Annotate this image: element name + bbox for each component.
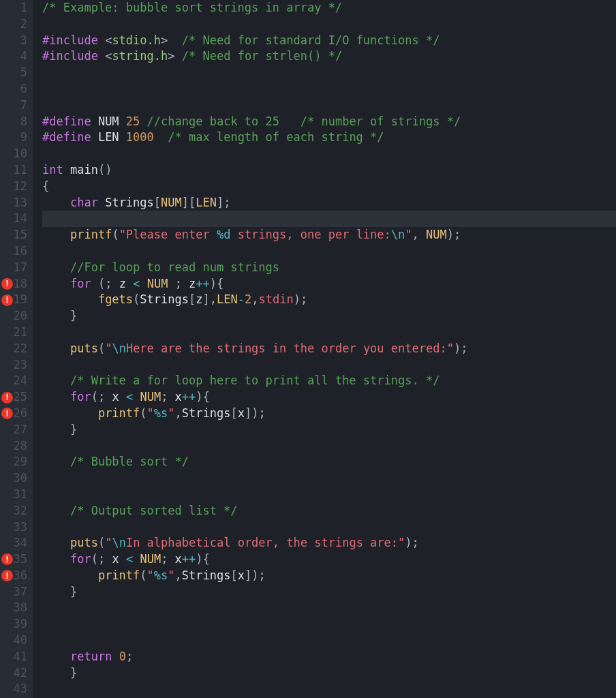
- line-number: 7: [0, 97, 27, 114]
- line-number: 42: [0, 665, 27, 682]
- line-number: 32: [0, 503, 27, 519]
- line-number: 2: [0, 16, 27, 33]
- line-number: 1: [0, 0, 27, 16]
- code-line[interactable]: /* Write a for loop here to print all th…: [42, 373, 616, 389]
- line-number: 12: [0, 179, 27, 195]
- code-line[interactable]: char Strings[NUM][LEN];: [42, 195, 616, 211]
- code-line[interactable]: [42, 324, 616, 341]
- code-area[interactable]: /* Example: bubble sort strings in array…: [33, 0, 616, 698]
- code-line[interactable]: #define NUM 25 //change back to 25 /* nu…: [42, 114, 616, 130]
- line-number: 19: [0, 292, 27, 308]
- line-number: 23: [0, 357, 27, 374]
- line-number: 5: [0, 65, 27, 81]
- code-line[interactable]: for (; z < NUM ; z++){: [42, 276, 616, 292]
- line-number: 26: [0, 406, 27, 422]
- line-number: 41: [0, 649, 27, 665]
- code-line[interactable]: [42, 97, 616, 114]
- line-number: 36: [0, 568, 27, 584]
- error-icon[interactable]: [1, 278, 13, 290]
- line-number-gutter: 1234567891011121314151617181920212223242…: [0, 0, 33, 698]
- line-number: 10: [0, 146, 27, 162]
- code-line[interactable]: puts("\nIn alphabetical order, the strin…: [42, 535, 616, 551]
- code-line[interactable]: }: [42, 584, 616, 601]
- line-number: 9: [0, 130, 27, 146]
- line-number: 6: [0, 81, 27, 97]
- line-number: 8: [0, 114, 27, 130]
- code-line[interactable]: for(; x < NUM; x++){: [42, 551, 616, 568]
- code-line[interactable]: #include <string.h> /* Need for strlen()…: [42, 48, 616, 65]
- line-number: 34: [0, 535, 27, 551]
- line-number: 16: [0, 243, 27, 260]
- code-line[interactable]: fgets(Strings[z],LEN-2,stdin);: [42, 292, 616, 308]
- line-number: 43: [0, 681, 27, 697]
- line-number: 33: [0, 519, 27, 536]
- code-line[interactable]: #define LEN 1000 /* max length of each s…: [42, 130, 616, 146]
- line-number: 40: [0, 633, 27, 649]
- code-line[interactable]: [42, 438, 616, 455]
- line-number: 39: [0, 616, 27, 633]
- code-line[interactable]: [42, 519, 616, 536]
- line-number: 18: [0, 276, 27, 292]
- line-number: 15: [0, 227, 27, 243]
- line-number: 38: [0, 600, 27, 616]
- error-icon[interactable]: [1, 408, 13, 419]
- line-number: 37: [0, 584, 27, 601]
- code-line[interactable]: [42, 357, 616, 374]
- line-number: 13: [0, 195, 27, 211]
- code-line[interactable]: }: [42, 308, 616, 324]
- code-line[interactable]: {: [42, 179, 616, 195]
- code-line[interactable]: return 0;: [42, 649, 616, 665]
- error-icon[interactable]: [1, 392, 13, 404]
- line-number: 22: [0, 341, 27, 357]
- code-line[interactable]: /* Example: bubble sort strings in array…: [42, 0, 616, 16]
- code-line[interactable]: [42, 211, 616, 227]
- code-line[interactable]: #include <stdio.h> /* Need for standard …: [42, 33, 616, 49]
- code-line[interactable]: printf("Please enter %d strings, one per…: [42, 227, 616, 243]
- error-icon[interactable]: [1, 570, 13, 581]
- line-number: 17: [0, 260, 27, 276]
- code-line[interactable]: }: [42, 422, 616, 438]
- code-line[interactable]: [42, 65, 616, 81]
- code-line[interactable]: [42, 600, 616, 616]
- code-line[interactable]: }: [42, 665, 616, 682]
- line-number: 30: [0, 470, 27, 487]
- line-number: 29: [0, 454, 27, 470]
- code-line[interactable]: printf("%s",Strings[x]);: [42, 568, 616, 584]
- code-line[interactable]: for(; x < NUM; x++){: [42, 389, 616, 406]
- error-icon[interactable]: [1, 294, 13, 306]
- code-line[interactable]: /* Bubble sort */: [42, 454, 616, 470]
- code-editor[interactable]: 1234567891011121314151617181920212223242…: [0, 0, 616, 698]
- code-line[interactable]: //For loop to read num strings: [42, 260, 616, 276]
- code-line[interactable]: [42, 243, 616, 260]
- code-line[interactable]: [42, 16, 616, 33]
- line-number: 28: [0, 438, 27, 455]
- code-line[interactable]: puts("\nHere are the strings in the orde…: [42, 341, 616, 357]
- code-line[interactable]: [42, 681, 616, 697]
- line-number: 25: [0, 389, 27, 406]
- error-icon[interactable]: [1, 553, 13, 565]
- line-number: 31: [0, 487, 27, 503]
- code-line[interactable]: [42, 616, 616, 633]
- code-line[interactable]: [42, 470, 616, 487]
- line-number: 20: [0, 308, 27, 324]
- line-number: 11: [0, 162, 27, 179]
- code-line[interactable]: [42, 81, 616, 97]
- line-number: 24: [0, 373, 27, 389]
- code-line[interactable]: /* Output sorted list */: [42, 503, 616, 519]
- line-number: 4: [0, 48, 27, 65]
- code-line[interactable]: int main(): [42, 162, 616, 179]
- code-line[interactable]: [42, 146, 616, 162]
- line-number: 27: [0, 422, 27, 438]
- line-number: 21: [0, 324, 27, 341]
- code-line[interactable]: printf("%s",Strings[x]);: [42, 406, 616, 422]
- code-line[interactable]: [42, 487, 616, 503]
- line-number: 35: [0, 551, 27, 568]
- line-number: 3: [0, 33, 27, 49]
- line-number: 14: [0, 211, 27, 227]
- code-line[interactable]: [42, 633, 616, 649]
